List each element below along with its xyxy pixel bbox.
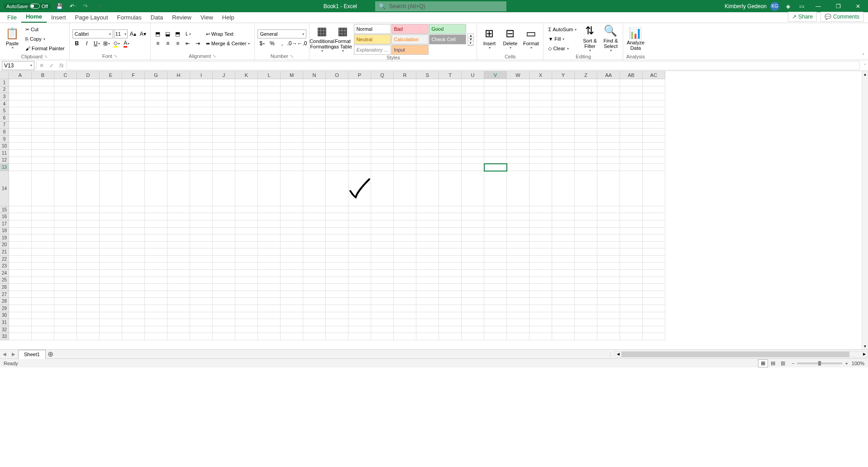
cell[interactable] (597, 93, 620, 100)
cell[interactable] (213, 93, 235, 100)
ribbon-tab-review[interactable]: Review (167, 12, 196, 23)
cell[interactable] (213, 86, 235, 94)
cell[interactable] (507, 312, 529, 319)
cell[interactable] (462, 213, 484, 220)
cell[interactable] (394, 234, 416, 242)
cell[interactable] (462, 171, 484, 206)
cell[interactable] (394, 206, 416, 214)
cell[interactable] (348, 284, 371, 291)
cell[interactable] (552, 319, 575, 326)
fill-color-button[interactable]: ◇▾ (112, 39, 121, 48)
cell[interactable] (552, 122, 575, 129)
insert-function-button[interactable]: fx (57, 61, 67, 70)
cell[interactable] (77, 213, 100, 220)
cell[interactable] (529, 79, 552, 86)
cell[interactable] (100, 136, 122, 143)
cell[interactable] (77, 256, 100, 263)
ribbon-display-button[interactable]: ▭ (796, 1, 806, 11)
cell[interactable] (281, 305, 303, 312)
cell[interactable] (167, 270, 190, 277)
clipboard-dialog-launcher[interactable]: ⤡ (44, 54, 48, 59)
cell[interactable] (326, 143, 348, 150)
cell[interactable] (235, 100, 258, 108)
cell[interactable] (258, 206, 281, 214)
cell[interactable] (122, 256, 145, 263)
cell[interactable] (281, 86, 303, 94)
cell[interactable] (552, 164, 575, 171)
cell[interactable] (54, 319, 77, 326)
cell[interactable] (326, 164, 348, 171)
cell[interactable] (552, 248, 575, 256)
increase-font-button[interactable]: A▴ (129, 29, 138, 38)
cell[interactable] (213, 333, 235, 340)
wrap-text-button[interactable]: ↩Wrap Text (204, 29, 252, 38)
zoom-level[interactable]: 100% (852, 361, 864, 366)
cell[interactable] (348, 262, 371, 270)
cell[interactable] (507, 242, 529, 249)
cell[interactable] (507, 157, 529, 164)
autosave-toggle[interactable]: AutoSave Off (4, 3, 51, 10)
cell[interactable] (167, 136, 190, 143)
cell[interactable] (462, 220, 484, 228)
cell[interactable] (190, 122, 213, 129)
cell[interactable] (507, 150, 529, 157)
cell[interactable] (9, 107, 32, 114)
increase-decimal-button[interactable]: .0→ (287, 39, 296, 48)
cell[interactable] (620, 248, 643, 256)
cell[interactable] (416, 291, 439, 298)
row-header[interactable]: 1 (0, 79, 9, 86)
cell[interactable] (484, 242, 507, 249)
normal-view-button[interactable]: ▦ (758, 359, 768, 367)
cell[interactable] (462, 206, 484, 214)
cell[interactable] (54, 143, 77, 150)
cell[interactable] (32, 143, 54, 150)
cell[interactable] (9, 256, 32, 263)
cell[interactable] (348, 333, 371, 340)
cell[interactable] (54, 213, 77, 220)
cell[interactable] (100, 234, 122, 242)
cell[interactable] (575, 305, 597, 312)
cell[interactable] (416, 79, 439, 86)
cell[interactable] (597, 114, 620, 122)
cell[interactable] (552, 171, 575, 206)
cell[interactable] (122, 79, 145, 86)
cell[interactable] (439, 319, 462, 326)
cell[interactable] (54, 326, 77, 334)
cell[interactable] (326, 171, 348, 206)
cell[interactable] (552, 220, 575, 228)
cell[interactable] (462, 270, 484, 277)
cell[interactable] (281, 122, 303, 129)
cell[interactable] (145, 206, 167, 214)
ribbon-tab-home[interactable]: Home (21, 11, 47, 23)
cell[interactable] (439, 157, 462, 164)
cell[interactable] (439, 86, 462, 94)
cell[interactable] (507, 319, 529, 326)
cell[interactable] (32, 122, 54, 129)
cell[interactable] (620, 291, 643, 298)
cell[interactable] (620, 298, 643, 305)
cell[interactable] (167, 248, 190, 256)
cell[interactable] (348, 213, 371, 220)
cell[interactable] (416, 86, 439, 94)
column-header[interactable]: AB (620, 71, 643, 79)
cell[interactable] (529, 248, 552, 256)
cell[interactable] (9, 228, 32, 235)
cell[interactable] (394, 220, 416, 228)
cell[interactable] (552, 150, 575, 157)
cell[interactable] (303, 305, 326, 312)
cell[interactable] (235, 270, 258, 277)
cell[interactable] (348, 298, 371, 305)
undo-button[interactable]: ↶▾ (68, 1, 78, 11)
cell[interactable] (100, 143, 122, 150)
cell[interactable] (643, 86, 665, 94)
cell[interactable] (575, 122, 597, 129)
cell[interactable] (394, 242, 416, 249)
cell[interactable] (77, 220, 100, 228)
cell[interactable] (77, 114, 100, 122)
select-all-button[interactable] (0, 71, 9, 79)
cell[interactable] (416, 136, 439, 143)
cell[interactable] (348, 291, 371, 298)
cell[interactable] (190, 262, 213, 270)
column-header[interactable]: L (258, 71, 281, 79)
cell[interactable] (439, 270, 462, 277)
